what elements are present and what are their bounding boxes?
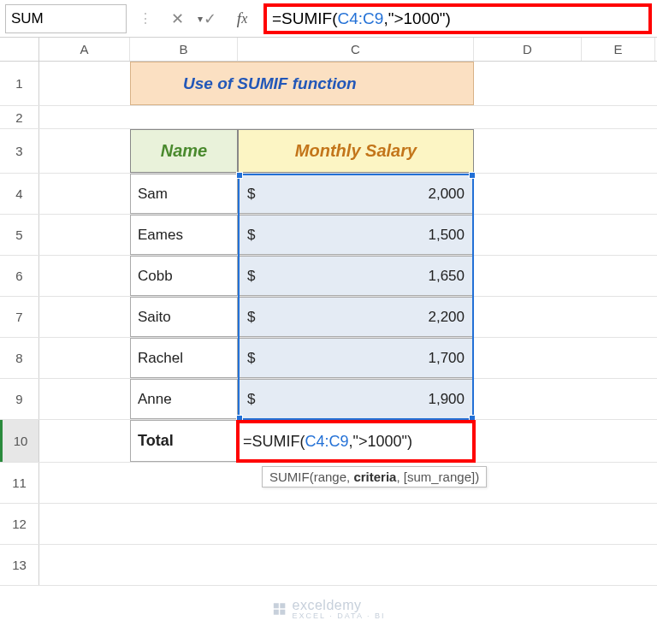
cell[interactable] — [474, 420, 582, 462]
name-cell[interactable]: Saito — [130, 297, 238, 337]
cell[interactable] — [474, 174, 582, 214]
cell[interactable] — [39, 504, 130, 544]
name-cell[interactable]: Eames — [130, 215, 238, 255]
cell[interactable] — [582, 420, 655, 462]
row-header[interactable]: 2 — [0, 106, 39, 128]
cell[interactable] — [39, 338, 130, 378]
row-header[interactable]: 11 — [0, 463, 39, 503]
cell[interactable] — [130, 504, 238, 544]
cell[interactable] — [582, 256, 655, 296]
spreadsheet-grid[interactable]: A B C D E 1 Use of SUMIF function 2 3 Na… — [0, 38, 657, 586]
salary-cell[interactable]: $2,200 — [238, 297, 474, 337]
row-header[interactable]: 9 — [0, 379, 39, 419]
cell[interactable] — [130, 106, 238, 128]
cell[interactable] — [39, 215, 130, 255]
cell[interactable] — [582, 545, 655, 585]
cell[interactable] — [582, 106, 655, 128]
grid-row: 4Sam$2,000 — [0, 174, 657, 215]
row-header[interactable]: 13 — [0, 545, 39, 585]
accept-formula-button[interactable]: ✓ — [193, 0, 226, 38]
row-header[interactable]: 3 — [0, 129, 39, 173]
cell[interactable] — [130, 545, 238, 585]
row-header[interactable]: 1 — [0, 62, 39, 105]
grid-row: 7Saito$2,200 — [0, 297, 657, 338]
cell[interactable] — [474, 379, 582, 419]
currency-icon: $ — [247, 391, 255, 408]
cell[interactable] — [582, 504, 655, 544]
col-header-c[interactable]: C — [238, 38, 474, 61]
cancel-formula-button[interactable]: ✕ — [161, 0, 193, 38]
header-name[interactable]: Name — [130, 129, 238, 173]
cell[interactable] — [582, 297, 655, 337]
logo-icon — [272, 601, 287, 617]
cell[interactable] — [39, 129, 130, 173]
cell[interactable] — [130, 463, 238, 503]
cell[interactable] — [582, 379, 655, 419]
cell[interactable] — [582, 215, 655, 255]
cell[interactable] — [474, 297, 582, 337]
drag-handle-icon: ⋮ — [130, 10, 161, 27]
row-header[interactable]: 4 — [0, 174, 39, 214]
salary-cell[interactable]: $1,700 — [238, 338, 474, 378]
cell[interactable] — [39, 106, 130, 128]
row-header[interactable]: 5 — [0, 215, 39, 255]
cell[interactable] — [474, 129, 582, 173]
cell[interactable] — [39, 62, 130, 105]
cell[interactable] — [474, 106, 582, 128]
row-header[interactable]: 7 — [0, 297, 39, 337]
cell[interactable] — [582, 62, 655, 105]
name-cell[interactable]: Sam — [130, 174, 238, 214]
cell[interactable] — [474, 338, 582, 378]
header-salary[interactable]: Monthly Salary — [238, 129, 474, 173]
cell[interactable] — [582, 174, 655, 214]
cell[interactable] — [39, 420, 130, 462]
name-box[interactable]: ▾ — [5, 4, 127, 33]
salary-cell[interactable]: $1,500 — [238, 215, 474, 255]
row-header[interactable]: 6 — [0, 256, 39, 296]
col-header-d[interactable]: D — [474, 38, 582, 61]
salary-cell[interactable]: $1,650 — [238, 256, 474, 296]
cell[interactable] — [582, 338, 655, 378]
currency-icon: $ — [247, 227, 255, 244]
cell[interactable] — [39, 463, 130, 503]
cell[interactable] — [238, 504, 474, 544]
col-header-a[interactable]: A — [39, 38, 130, 61]
cell[interactable] — [474, 504, 582, 544]
formula-text-ref: C4:C9 — [338, 9, 384, 28]
cell[interactable] — [39, 379, 130, 419]
cell[interactable] — [39, 297, 130, 337]
cell[interactable] — [474, 463, 582, 503]
cell[interactable] — [474, 545, 582, 585]
name-cell[interactable]: Anne — [130, 379, 238, 419]
cell-edit-overlay[interactable]: =SUMIF(C4:C9,">1000") — [236, 420, 476, 463]
formula-text-ref: C4:C9 — [305, 433, 349, 451]
cell[interactable] — [474, 62, 582, 105]
total-label-cell[interactable]: Total — [130, 420, 238, 462]
cell[interactable] — [238, 106, 474, 128]
col-header-e[interactable]: E — [582, 38, 655, 61]
grid-row: 6Cobb$1,650 — [0, 256, 657, 297]
cell[interactable] — [39, 256, 130, 296]
insert-function-button[interactable]: fx — [226, 0, 258, 38]
cell[interactable] — [238, 545, 474, 585]
select-all-cell[interactable] — [0, 38, 39, 61]
col-header-b[interactable]: B — [130, 38, 238, 61]
name-cell[interactable]: Rachel — [130, 338, 238, 378]
cell[interactable] — [39, 174, 130, 214]
cell[interactable] — [474, 256, 582, 296]
row-header[interactable]: 10 — [0, 420, 39, 462]
row-header[interactable]: 8 — [0, 338, 39, 378]
grid-row: 5Eames$1,500 — [0, 215, 657, 256]
cell[interactable] — [582, 463, 655, 503]
name-cell[interactable]: Cobb — [130, 256, 238, 296]
title-cell[interactable]: Use of SUMIF function — [238, 62, 474, 105]
salary-cell[interactable]: $2,000 — [238, 174, 474, 214]
currency-icon: $ — [247, 268, 255, 285]
cell[interactable] — [582, 129, 655, 173]
row-header[interactable]: 12 — [0, 504, 39, 544]
cell[interactable] — [474, 215, 582, 255]
cell[interactable] — [39, 545, 130, 585]
formula-input[interactable]: =SUMIF(C4:C9,">1000") — [263, 3, 652, 34]
formula-tooltip: SUMIF(range, criteria, [sum_range]) — [262, 466, 487, 487]
salary-cell[interactable]: $1,900 — [238, 379, 474, 419]
